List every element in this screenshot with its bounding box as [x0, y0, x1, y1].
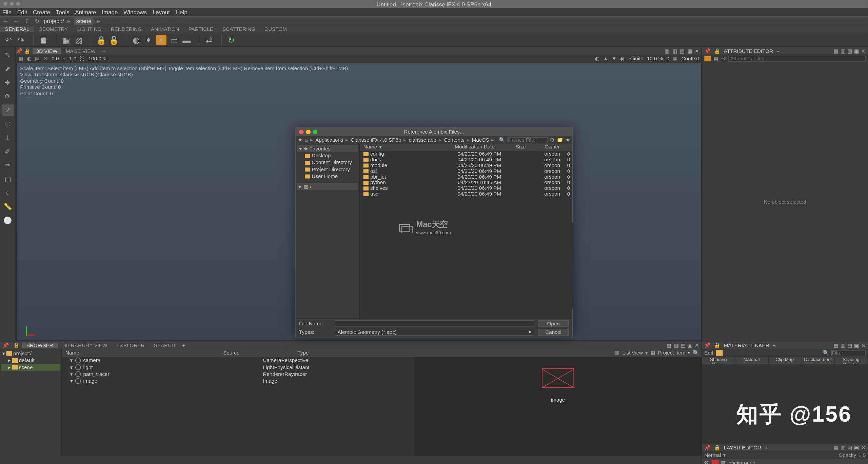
edit-dropdown[interactable]: Edit	[704, 350, 713, 356]
lock-icon[interactable]: 🔒	[714, 48, 721, 54]
pin-icon[interactable]: 📌	[16, 48, 22, 54]
add-tab-icon[interactable]: +	[765, 444, 768, 450]
crumb-item[interactable]: Contents	[444, 137, 465, 143]
crumb-item[interactable]: Applications	[315, 137, 343, 143]
vp-r-icon1[interactable]: ◐	[595, 56, 600, 61]
list-item[interactable]: ▾imageImage	[62, 378, 415, 384]
os-close[interactable]	[3, 2, 7, 6]
vp-val2[interactable]: 1.0	[69, 56, 76, 61]
layer-row[interactable]: 👁 ▦ background	[702, 459, 868, 464]
tab-rendering[interactable]: RENDERING	[106, 26, 146, 32]
list-item[interactable]: ▾cameraCameraPerspective	[62, 357, 415, 364]
cube-icon[interactable]: ◍	[131, 35, 141, 45]
tab-geometry[interactable]: GEOMETRY	[34, 26, 73, 32]
file-row[interactable]: osl04/20/20 06:49 PMorsoon0	[360, 168, 572, 174]
layout-icon[interactable]: ▣	[854, 444, 859, 450]
lock-icon[interactable]: 🔒	[714, 444, 721, 450]
types-dropdown[interactable]: Alembic Geometry (*.abc)▾	[335, 329, 534, 336]
nav-up-icon[interactable]: ⤴	[23, 18, 30, 24]
col-source[interactable]: Source	[200, 350, 263, 356]
col-size[interactable]: Size	[504, 144, 538, 151]
opacity-field[interactable]: 1.0	[859, 452, 866, 458]
file-row[interactable]: module04/20/20 06:49 PMorsoon0	[360, 162, 572, 168]
root-row[interactable]: /	[310, 184, 311, 189]
layout-icon[interactable]: ▦	[667, 342, 672, 348]
layout-icon[interactable]: ▤	[847, 48, 852, 54]
nav-refresh-icon[interactable]: ↻	[33, 18, 40, 24]
layout-icon[interactable]: ▥	[674, 342, 679, 348]
file-row[interactable]: docs04/20/20 06:49 PMorsoon0	[360, 157, 572, 162]
layout-icon[interactable]: ▥	[841, 48, 846, 54]
lock-icon[interactable]: 🔒	[22, 48, 33, 54]
view-mode-icon[interactable]: ▨	[615, 350, 620, 356]
tab-animation[interactable]: ANIMATION	[146, 26, 184, 32]
history-icon[interactable]: ⏲	[721, 56, 726, 61]
crumb-scene[interactable]: scene	[74, 17, 94, 24]
menu-animate[interactable]: Animate	[75, 9, 96, 15]
close-icon[interactable]: ✕	[861, 48, 866, 54]
open-button[interactable]: Open	[538, 320, 569, 327]
vp-mode-icon[interactable]: ▦	[18, 56, 23, 61]
list-item[interactable]: ▾lightLightPhysicalDistant	[62, 364, 415, 370]
favorite-item[interactable]: Desktop	[297, 152, 358, 159]
dialog-search-input[interactable]	[508, 137, 548, 143]
add-tab-icon[interactable]: +	[99, 48, 109, 54]
vp-r-icon4[interactable]: ◉	[620, 56, 625, 61]
pin-icon[interactable]: 📌	[0, 342, 11, 348]
menu-file[interactable]: File	[2, 9, 12, 15]
vp-grid-icon[interactable]: ▤	[35, 56, 40, 61]
ml-filter-input[interactable]	[831, 350, 866, 356]
ml-col[interactable]: Displacement	[802, 357, 835, 364]
sphere-tool-icon[interactable]: ○	[2, 187, 14, 199]
dialog-min-icon[interactable]	[306, 130, 311, 135]
layout-icon[interactable]: ▦	[833, 342, 839, 348]
layout-icon[interactable]: ▦	[833, 444, 839, 450]
move-tool-icon[interactable]: ✥	[2, 77, 14, 88]
menu-image[interactable]: Image	[102, 9, 118, 15]
favorite-item[interactable]: User Home	[297, 173, 358, 180]
file-row[interactable]: python04/27/20 10:45 AMorsoon0	[360, 180, 572, 185]
menu-windows[interactable]: Windows	[123, 9, 147, 15]
menu-help[interactable]: Help	[176, 9, 188, 15]
layout-icon[interactable]: ▥	[841, 342, 846, 348]
layout-1-icon[interactable]: ▦	[665, 48, 670, 54]
col-type[interactable]: Type	[263, 350, 343, 356]
crumb-item[interactable]: MacOS	[472, 137, 489, 143]
folder-icon[interactable]: 📁	[557, 137, 563, 143]
file-row[interactable]: config04/20/20 06:49 PMorsoon0	[360, 151, 572, 157]
vp-r-icon3[interactable]: ▼	[612, 56, 617, 61]
col-date[interactable]: Modification Date	[446, 144, 503, 151]
tree-row[interactable]: ▸scene	[1, 364, 60, 370]
dialog-close-icon[interactable]	[299, 130, 304, 135]
camera-icon[interactable]: ▭	[169, 35, 179, 45]
vp-shade-icon[interactable]: ◐	[27, 56, 32, 61]
picker-tool-icon[interactable]: ✎	[2, 49, 14, 61]
layout-icon[interactable]: ▥	[841, 444, 846, 450]
menu-tools[interactable]: Tools	[56, 9, 70, 15]
pin-icon[interactable]: 📌	[704, 48, 711, 54]
ungroup-icon[interactable]: ▨	[74, 35, 84, 45]
layout-icon[interactable]: ▣	[688, 342, 693, 348]
redo-icon[interactable]: ↷	[16, 35, 26, 45]
add-tab-icon[interactable]: +	[180, 342, 188, 348]
add-tab-icon[interactable]: +	[773, 342, 776, 348]
lock-icon[interactable]: 🔒	[714, 342, 721, 348]
add-tab-icon[interactable]: +	[776, 48, 780, 54]
transform-tool-icon[interactable]: ◌	[2, 118, 14, 130]
vp-context[interactable]: Context	[682, 56, 699, 61]
rotate-tool-icon[interactable]: ⟳	[2, 90, 14, 102]
particle-tool-icon[interactable]: ⚪	[2, 215, 14, 226]
star-icon[interactable]: ★	[566, 137, 570, 143]
settings-icon[interactable]: ⚙	[550, 137, 555, 143]
render-icon[interactable]: ▦	[721, 460, 726, 464]
tab-search[interactable]: SEARCH	[149, 342, 180, 348]
cancel-button[interactable]: Cancel	[538, 329, 569, 336]
layout-4-icon[interactable]: ▣	[687, 48, 692, 54]
image-icon[interactable]: ▬	[181, 35, 192, 45]
layout-icon[interactable]: ▦	[833, 48, 839, 54]
layout-icon[interactable]: ▣	[854, 48, 859, 54]
tree-row[interactable]: ▾project:/	[1, 350, 60, 357]
file-row[interactable]: pbr_lut04/20/20 06:49 PMorsoon0	[360, 174, 572, 180]
file-row[interactable]: shelves04/20/20 06:49 PMorsoon0	[360, 185, 572, 191]
vp-rzero[interactable]: 0	[666, 56, 669, 61]
